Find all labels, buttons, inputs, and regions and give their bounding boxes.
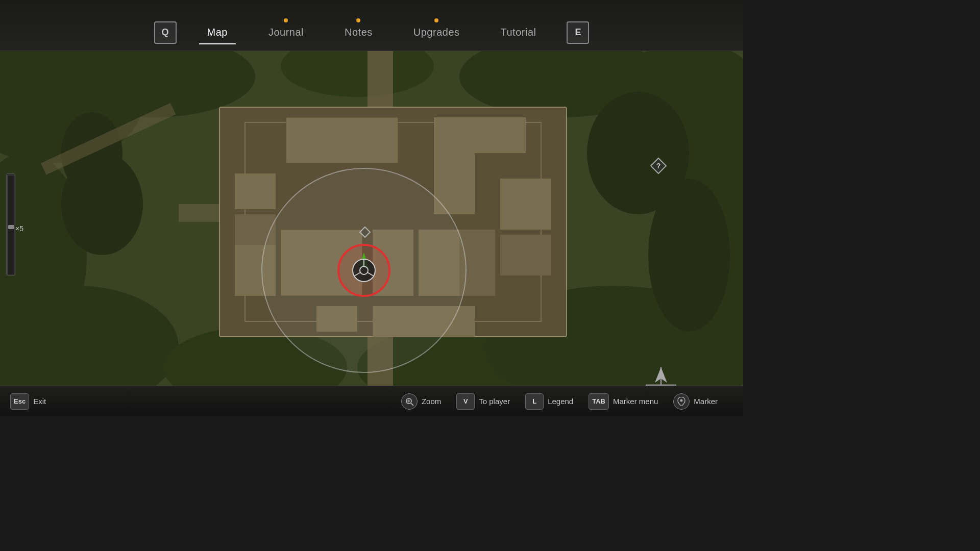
tab-key: TAB: [589, 393, 609, 410]
svg-rect-37: [500, 235, 551, 276]
top-bar: Q Map Journal Notes Upgrades Tutorial E: [0, 0, 743, 51]
upgrades-dot: [434, 18, 438, 22]
marker-label: Marker: [694, 397, 718, 406]
tab-notes[interactable]: Notes: [324, 22, 393, 42]
zoom-button[interactable]: Zoom: [401, 393, 441, 410]
tab-upgrades[interactable]: Upgrades: [393, 22, 480, 42]
v-key: V: [456, 393, 475, 410]
svg-line-57: [411, 403, 413, 406]
svg-rect-36: [500, 179, 551, 230]
tab-tutorial[interactable]: Tutorial: [480, 22, 557, 42]
legend-button[interactable]: L Legend: [525, 393, 573, 410]
to-player-button[interactable]: V To player: [456, 393, 510, 410]
map-background: ? ×5: [0, 51, 743, 386]
svg-rect-28: [235, 173, 276, 209]
map-container[interactable]: ? ×5: [0, 51, 743, 386]
bottom-bar: Esc Exit Zoom V To player L Legend TAB M…: [0, 386, 743, 416]
svg-text:?: ?: [656, 162, 661, 170]
map-svg: ?: [0, 51, 743, 386]
svg-rect-26: [434, 117, 526, 153]
svg-rect-24: [286, 117, 398, 163]
svg-rect-55: [8, 225, 14, 229]
svg-point-60: [680, 399, 683, 402]
tab-journal[interactable]: Journal: [248, 22, 324, 42]
zoom-bar[interactable]: [6, 173, 15, 276]
esc-key: Esc: [10, 393, 29, 410]
q-button[interactable]: Q: [154, 21, 177, 44]
zoom-label-btn: Zoom: [422, 397, 441, 406]
marker-menu-label: Marker menu: [613, 397, 658, 406]
zoom-icon: [401, 393, 418, 410]
marker-menu-button[interactable]: TAB Marker menu: [589, 393, 658, 410]
e-button[interactable]: E: [567, 21, 589, 44]
nav-tabs: Q Map Journal Notes Upgrades Tutorial E: [0, 14, 743, 51]
notes-dot: [356, 18, 360, 22]
legend-label: Legend: [548, 397, 573, 406]
marker-button[interactable]: Marker: [673, 393, 718, 410]
l-key: L: [525, 393, 544, 410]
svg-point-16: [648, 179, 730, 332]
marker-icon: [673, 393, 690, 410]
to-player-label: To player: [479, 397, 510, 406]
zoom-level: ×5: [15, 224, 23, 233]
tab-map[interactable]: Map: [187, 22, 248, 42]
exit-label: Exit: [33, 397, 46, 406]
journal-dot: [284, 18, 288, 22]
exit-button[interactable]: Esc Exit: [10, 393, 46, 410]
